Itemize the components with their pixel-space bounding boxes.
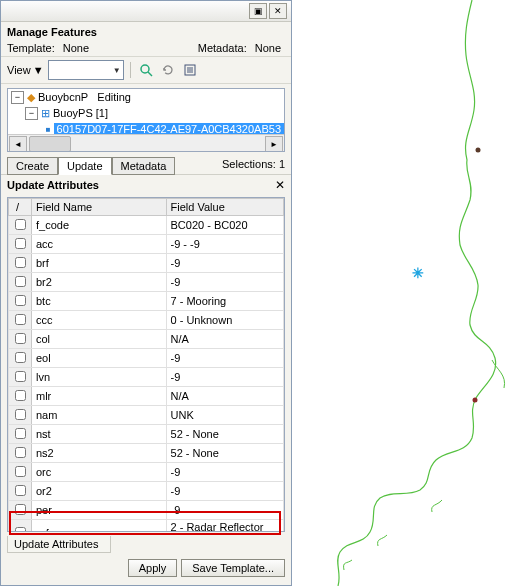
- table-row[interactable]: ccc0 - Unknown: [9, 311, 284, 330]
- selected-buoy-icon[interactable]: ✳: [412, 268, 422, 278]
- row-checkbox[interactable]: [9, 425, 32, 444]
- field-value[interactable]: 2 - Radar Reflector Absent: [166, 520, 283, 533]
- table-row[interactable]: eol-9: [9, 349, 284, 368]
- field-name[interactable]: col: [32, 330, 167, 349]
- field-name[interactable]: brf: [32, 254, 167, 273]
- field-value[interactable]: -9: [166, 482, 283, 501]
- close-icon[interactable]: ✕: [269, 3, 287, 19]
- row-checkbox[interactable]: [9, 216, 32, 235]
- table-row[interactable]: brf-9: [9, 254, 284, 273]
- field-value[interactable]: -9: [166, 463, 283, 482]
- table-row[interactable]: per-9: [9, 501, 284, 520]
- tab-metadata[interactable]: Metadata: [112, 157, 176, 175]
- col-field-value[interactable]: Field Value: [166, 199, 283, 216]
- table-row[interactable]: nst52 - None: [9, 425, 284, 444]
- tree-hscroll[interactable]: ◄ ►: [8, 134, 284, 151]
- field-value[interactable]: -9: [166, 368, 283, 387]
- table-row[interactable]: btc7 - Mooring: [9, 292, 284, 311]
- field-name[interactable]: ref: [32, 520, 167, 533]
- field-name[interactable]: nam: [32, 406, 167, 425]
- pin-icon[interactable]: ▣: [249, 3, 267, 19]
- list-icon[interactable]: [181, 61, 199, 79]
- row-checkbox[interactable]: [9, 330, 32, 349]
- field-name[interactable]: orc: [32, 463, 167, 482]
- row-checkbox[interactable]: [9, 254, 32, 273]
- feature-tree[interactable]: −◆BuoybcnP Editing −⊞BuoyPS [1] ■60157D0…: [7, 88, 285, 152]
- filter-combo[interactable]: ▼: [48, 60, 124, 80]
- table-row[interactable]: acc-9 - -9: [9, 235, 284, 254]
- row-checkbox[interactable]: [9, 482, 32, 501]
- refresh-icon[interactable]: [159, 61, 177, 79]
- scroll-right-icon[interactable]: ►: [265, 136, 283, 152]
- field-name[interactable]: acc: [32, 235, 167, 254]
- field-value[interactable]: -9 - -9: [166, 235, 283, 254]
- table-row[interactable]: ns252 - None: [9, 444, 284, 463]
- row-checkbox[interactable]: [9, 349, 32, 368]
- field-name[interactable]: mlr: [32, 387, 167, 406]
- view-dropdown[interactable]: View ▼: [7, 64, 44, 76]
- collapse-icon[interactable]: −: [25, 107, 38, 120]
- field-name[interactable]: btc: [32, 292, 167, 311]
- field-value[interactable]: 7 - Mooring: [166, 292, 283, 311]
- field-name[interactable]: or2: [32, 482, 167, 501]
- row-checkbox[interactable]: [9, 273, 32, 292]
- table-row[interactable]: namUNK: [9, 406, 284, 425]
- table-row[interactable]: colN/A: [9, 330, 284, 349]
- field-value[interactable]: -9: [166, 349, 283, 368]
- search-icon[interactable]: [137, 61, 155, 79]
- field-value[interactable]: 52 - None: [166, 444, 283, 463]
- table-row[interactable]: or2-9: [9, 482, 284, 501]
- field-value[interactable]: UNK: [166, 406, 283, 425]
- field-value[interactable]: BC020 - BC020: [166, 216, 283, 235]
- point-feature[interactable]: [476, 148, 481, 153]
- close-icon[interactable]: ✕: [275, 178, 285, 192]
- row-checkbox[interactable]: [9, 520, 32, 533]
- point-feature[interactable]: [473, 398, 478, 403]
- tree-child[interactable]: BuoyPS [1]: [53, 107, 108, 119]
- table-row[interactable]: mlrN/A: [9, 387, 284, 406]
- scroll-thumb[interactable]: [29, 136, 71, 152]
- field-name[interactable]: eol: [32, 349, 167, 368]
- row-checkbox[interactable]: [9, 311, 32, 330]
- field-name[interactable]: br2: [32, 273, 167, 292]
- map-canvas[interactable]: ✳: [292, 0, 526, 586]
- col-field-name[interactable]: Field Name: [32, 199, 167, 216]
- row-checkbox[interactable]: [9, 501, 32, 520]
- field-name[interactable]: f_code: [32, 216, 167, 235]
- field-value[interactable]: N/A: [166, 330, 283, 349]
- row-checkbox[interactable]: [9, 235, 32, 254]
- field-name[interactable]: ccc: [32, 311, 167, 330]
- table-row[interactable]: br2-9: [9, 273, 284, 292]
- metadata-label: Metadata:: [198, 42, 247, 54]
- save-template-button[interactable]: Save Template...: [181, 559, 285, 577]
- field-value[interactable]: -9: [166, 501, 283, 520]
- field-name[interactable]: nst: [32, 425, 167, 444]
- apply-button[interactable]: Apply: [128, 559, 178, 577]
- tree-root[interactable]: BuoybcnP: [38, 91, 88, 103]
- row-checkbox[interactable]: [9, 406, 32, 425]
- tab-update[interactable]: Update: [58, 157, 111, 175]
- col-check: /: [9, 199, 32, 216]
- field-name[interactable]: ns2: [32, 444, 167, 463]
- row-checkbox[interactable]: [9, 444, 32, 463]
- table-row[interactable]: ref2 - Radar Reflector Absent: [9, 520, 284, 533]
- row-checkbox[interactable]: [9, 292, 32, 311]
- table-row[interactable]: lvn-9: [9, 368, 284, 387]
- field-value[interactable]: 52 - None: [166, 425, 283, 444]
- field-value[interactable]: 0 - Unknown: [166, 311, 283, 330]
- field-value[interactable]: -9: [166, 273, 283, 292]
- field-name[interactable]: per: [32, 501, 167, 520]
- scroll-left-icon[interactable]: ◄: [9, 136, 27, 152]
- collapse-icon[interactable]: −: [11, 91, 24, 104]
- row-checkbox[interactable]: [9, 387, 32, 406]
- row-checkbox[interactable]: [9, 368, 32, 387]
- table-row[interactable]: f_codeBC020 - BC020: [9, 216, 284, 235]
- row-checkbox[interactable]: [9, 463, 32, 482]
- attribute-grid[interactable]: / Field Name Field Value f_codeBC020 - B…: [7, 197, 285, 532]
- field-value[interactable]: N/A: [166, 387, 283, 406]
- tab-create[interactable]: Create: [7, 157, 58, 175]
- field-value[interactable]: -9: [166, 254, 283, 273]
- field-name[interactable]: lvn: [32, 368, 167, 387]
- footer-tab[interactable]: Update Attributes: [7, 536, 111, 553]
- table-row[interactable]: orc-9: [9, 463, 284, 482]
